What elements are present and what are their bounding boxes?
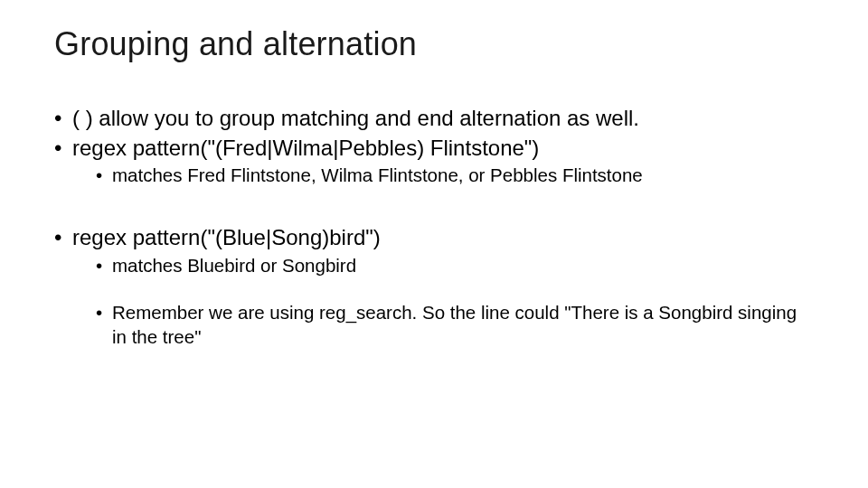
sub-bullet-text: matches Bluebird or Songbird [112,255,356,276]
sub-bullet-item: matches Bluebird or Songbird [96,254,814,278]
bullet-text: ( ) allow you to group matching and end … [72,106,639,130]
bullet-text: regex pattern("(Blue|Song)bird") [72,225,381,249]
slide-title: Grouping and alternation [54,25,814,63]
slide: Grouping and alternation ( ) allow you t… [0,0,868,488]
sub-bullet-item: matches Fred Flintstone, Wilma Flintston… [96,164,814,188]
sub-bullet-text: matches Fred Flintstone, Wilma Flintston… [112,164,643,185]
bullet-text: regex pattern("(Fred|Wilma|Pebbles) Flin… [72,136,539,160]
sub-bullet-list: matches Fred Flintstone, Wilma Flintston… [96,164,814,188]
sub-bullet-item: Remember we are using reg_search. So the… [96,301,814,349]
bullet-item: ( ) allow you to group matching and end … [54,105,814,133]
bullet-item: regex pattern("(Fred|Wilma|Pebbles) Flin… [54,135,814,188]
sub-bullet-list: matches Bluebird or Songbird Remember we… [96,254,814,350]
bullet-item: regex pattern("(Blue|Song)bird") matches… [54,224,814,350]
sub-bullet-text: Remember we are using reg_search. So the… [112,302,797,347]
spacer [96,279,814,301]
bullet-list: ( ) allow you to group matching and end … [54,105,814,350]
spacer [54,190,814,224]
